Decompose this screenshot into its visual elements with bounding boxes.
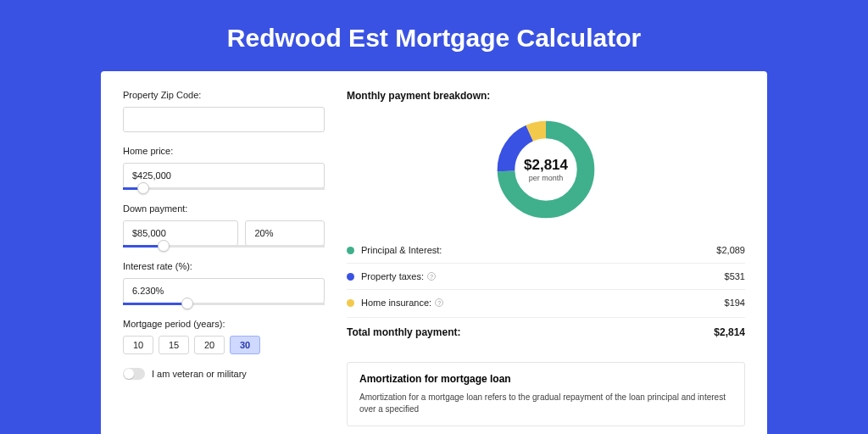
- rate-label: Interest rate (%):: [123, 261, 325, 271]
- legend-value: $194: [725, 298, 745, 308]
- donut-value: $2,814: [524, 157, 568, 174]
- down-field: Down payment:: [123, 203, 325, 248]
- amortization-box: Amortization for mortgage loan Amortizat…: [347, 362, 745, 426]
- amort-text: Amortization for a mortgage loan refers …: [359, 392, 732, 415]
- calculator-card: Property Zip Code: Home price: Down paym…: [101, 71, 767, 434]
- rate-slider[interactable]: [123, 303, 325, 305]
- help-icon[interactable]: ?: [427, 272, 436, 281]
- donut-wrap: $2,814 per month: [347, 110, 745, 237]
- zip-field: Property Zip Code:: [123, 90, 325, 132]
- down-percent-input[interactable]: [245, 220, 325, 246]
- legend-dot: [347, 247, 354, 254]
- period-option-15[interactable]: 15: [159, 336, 189, 354]
- breakdown-title: Monthly payment breakdown:: [347, 90, 745, 102]
- period-option-10[interactable]: 10: [123, 336, 153, 354]
- inputs-column: Property Zip Code: Home price: Down paym…: [123, 90, 325, 426]
- down-slider-thumb[interactable]: [158, 240, 170, 252]
- veteran-label: I am veteran or military: [152, 369, 247, 379]
- payment-donut-chart: $2,814 per month: [493, 117, 598, 222]
- donut-sub: per month: [529, 174, 564, 182]
- rate-input[interactable]: [123, 278, 325, 303]
- total-row: Total monthly payment: $2,814: [347, 317, 745, 350]
- legend-label: Principal & Interest:: [361, 245, 716, 255]
- legend-row: Principal & Interest:$2,089: [347, 237, 745, 264]
- rate-field: Interest rate (%):: [123, 261, 325, 305]
- period-option-20[interactable]: 20: [194, 336, 225, 354]
- veteran-row: I am veteran or military: [123, 368, 325, 380]
- down-label: Down payment:: [123, 203, 325, 214]
- legend-label: Home insurance:?: [361, 298, 725, 308]
- legend-value: $2,089: [716, 245, 745, 255]
- total-value: $2,814: [714, 326, 745, 338]
- price-input[interactable]: [123, 163, 325, 188]
- legend-row: Property taxes:?$531: [347, 264, 745, 290]
- down-amount-input[interactable]: [123, 220, 238, 246]
- help-icon[interactable]: ?: [435, 298, 443, 307]
- down-slider[interactable]: [123, 245, 325, 248]
- breakdown-column: Monthly payment breakdown: $2,814 per mo…: [347, 90, 745, 426]
- page-title: Redwood Est Mortgage Calculator: [0, 0, 868, 71]
- rate-slider-thumb[interactable]: [181, 298, 193, 309]
- legend-dot: [347, 273, 354, 281]
- legend-label: Property taxes:?: [361, 271, 725, 281]
- zip-input[interactable]: [123, 107, 325, 132]
- price-field: Home price:: [123, 146, 325, 190]
- zip-label: Property Zip Code:: [123, 90, 325, 100]
- price-label: Home price:: [123, 146, 325, 156]
- veteran-toggle[interactable]: [123, 368, 145, 380]
- period-option-30[interactable]: 30: [230, 336, 260, 354]
- period-field: Mortgage period (years): 10152030: [123, 319, 325, 354]
- legend: Principal & Interest:$2,089Property taxe…: [347, 237, 745, 315]
- period-label: Mortgage period (years):: [123, 319, 325, 329]
- price-slider-thumb[interactable]: [137, 182, 149, 194]
- price-slider[interactable]: [123, 187, 325, 190]
- legend-row: Home insurance:?$194: [347, 290, 745, 315]
- total-label: Total monthly payment:: [347, 326, 460, 338]
- legend-dot: [347, 299, 354, 307]
- legend-value: $531: [725, 271, 745, 281]
- amort-heading: Amortization for mortgage loan: [359, 373, 732, 385]
